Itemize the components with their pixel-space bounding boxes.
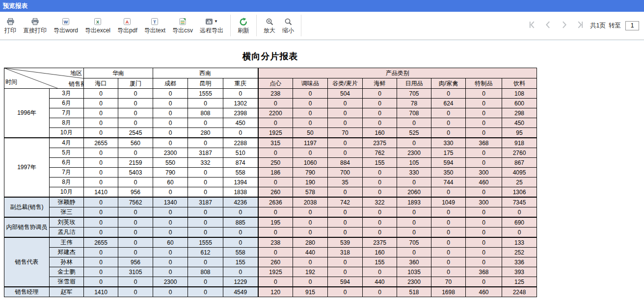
- product-value-cell: 0: [397, 217, 431, 228]
- city-column-header: 海口: [84, 78, 118, 89]
- zoom-out-button[interactable]: 缩小: [279, 12, 297, 39]
- row-header: 3月: [50, 89, 84, 99]
- product-value-cell: 0: [328, 99, 363, 108]
- row-header: 6月: [50, 158, 84, 168]
- export-excel-button[interactable]: X导出excel: [81, 12, 114, 39]
- export-pdf-button[interactable]: A导出pdf: [114, 12, 141, 39]
- city-value-cell: 2398: [223, 108, 258, 118]
- city-value-cell: 0: [223, 237, 258, 248]
- print-button[interactable]: 打印: [1, 12, 20, 39]
- product-value-cell: 238: [258, 89, 293, 99]
- printer-icon: [6, 17, 15, 26]
- product-value-cell: 0: [466, 237, 502, 248]
- export-word-button[interactable]: W导出word: [50, 12, 81, 39]
- row-group-label: 内部销售协调员: [4, 217, 50, 237]
- report-area: 横向分片报表 地区销售额时间华南西南产品类别海口厦门成都昆明重庆点心调味品谷类/…: [0, 51, 644, 297]
- product-value-cell: 1306: [502, 187, 537, 198]
- row-header: 7月: [50, 168, 84, 178]
- city-value-cell: 0: [118, 228, 153, 238]
- city-value-cell: 0: [188, 257, 223, 267]
- city-value-cell: 0: [84, 118, 118, 128]
- city-value-cell: 0: [153, 89, 188, 99]
- toolbar-button-label: 导出text: [144, 27, 165, 34]
- city-value-cell: 0: [188, 178, 223, 187]
- csv-icon: [179, 17, 187, 26]
- export-csv-button[interactable]: 导出csv: [169, 12, 196, 39]
- product-value-cell: 0: [293, 277, 328, 287]
- product-value-cell: 0: [466, 217, 502, 228]
- first-page-button[interactable]: [524, 21, 540, 30]
- city-value-cell: 0: [84, 267, 118, 277]
- row-header: 刘英玫: [50, 217, 84, 228]
- product-value-cell: 0: [431, 89, 466, 99]
- product-value-cell: 2300: [397, 148, 431, 158]
- product-value-cell: 460: [466, 178, 502, 187]
- product-value-cell: 700: [328, 168, 363, 178]
- product-value-cell: 0: [397, 228, 431, 238]
- city-value-cell: 0: [84, 207, 118, 218]
- product-column-header: 饮料: [502, 78, 537, 89]
- page-input[interactable]: [625, 21, 639, 30]
- product-value-cell: 2375: [363, 138, 397, 148]
- city-value-cell: 0: [223, 228, 258, 238]
- text-icon: T: [151, 17, 159, 26]
- product-value-cell: 160: [363, 128, 397, 138]
- toolbar-button-label: 远程导出: [200, 27, 223, 34]
- next-page-button[interactable]: [556, 21, 572, 30]
- export-text-button[interactable]: T导出text: [141, 12, 169, 39]
- product-value-cell: 4095: [502, 168, 537, 178]
- last-page-icon: [576, 21, 585, 30]
- toolbar-button-label: 导出excel: [85, 27, 110, 34]
- city-value-cell: 0: [188, 187, 223, 198]
- city-value-cell: 0: [84, 217, 118, 228]
- product-value-cell: 0: [258, 99, 293, 108]
- first-page-icon: [528, 21, 536, 30]
- product-value-cell: 2060: [397, 187, 431, 198]
- product-value-cell: 0: [328, 148, 363, 158]
- product-value-cell: 125: [502, 277, 537, 287]
- row-group-label: 1997年: [4, 138, 50, 197]
- product-value-cell: 0: [258, 207, 293, 218]
- city-value-cell: 0: [223, 267, 258, 277]
- product-value-cell: 336: [502, 257, 537, 267]
- row-header: 金士鹏: [50, 267, 84, 277]
- product-value-cell: 0: [397, 138, 431, 148]
- product-value-cell: 0: [466, 187, 502, 198]
- city-column-header: 昆明: [188, 78, 223, 89]
- city-value-cell: 0: [153, 99, 188, 108]
- row-header: 郑建杰: [50, 248, 84, 257]
- product-column-header: 调味品: [293, 78, 328, 89]
- product-value-cell: 0: [431, 217, 466, 228]
- row-group-label: 副总裁(销售): [4, 197, 50, 217]
- last-page-button[interactable]: [572, 21, 589, 30]
- city-value-cell: 0: [188, 168, 223, 178]
- city-value-cell: 885: [223, 217, 258, 228]
- city-value-cell: 2159: [118, 158, 153, 168]
- product-value-cell: 160: [363, 248, 397, 257]
- prev-page-button[interactable]: [540, 21, 556, 30]
- product-value-cell: 705: [397, 237, 431, 248]
- direct-print-button[interactable]: 直接打印: [20, 12, 50, 39]
- zoom-in-button[interactable]: 放大: [260, 12, 279, 39]
- city-value-cell: 0: [118, 277, 153, 287]
- city-value-cell: 0: [153, 118, 188, 128]
- product-value-cell: 0: [431, 237, 466, 248]
- city-value-cell: 550: [153, 158, 188, 168]
- product-value-cell: 175: [431, 148, 466, 158]
- remote-export-button[interactable]: ▼远程导出: [196, 12, 227, 39]
- printer-icon: [31, 17, 39, 26]
- refresh-button[interactable]: 刷新: [234, 12, 253, 39]
- city-value-cell: 0: [118, 89, 153, 99]
- toolbar-button-label: 刷新: [238, 27, 249, 34]
- city-value-cell: 0: [118, 248, 153, 257]
- product-value-cell: 0: [293, 148, 328, 158]
- city-value-cell: 450: [223, 118, 258, 128]
- city-value-cell: 2300: [153, 277, 188, 287]
- product-value-cell: 0: [363, 207, 397, 218]
- product-value-cell: 0: [397, 118, 431, 128]
- product-value-cell: 368: [466, 267, 502, 277]
- city-value-cell: 510: [223, 148, 258, 158]
- product-value-cell: 195: [258, 217, 293, 228]
- product-value-cell: 0: [293, 217, 328, 228]
- product-value-cell: 0: [466, 228, 502, 238]
